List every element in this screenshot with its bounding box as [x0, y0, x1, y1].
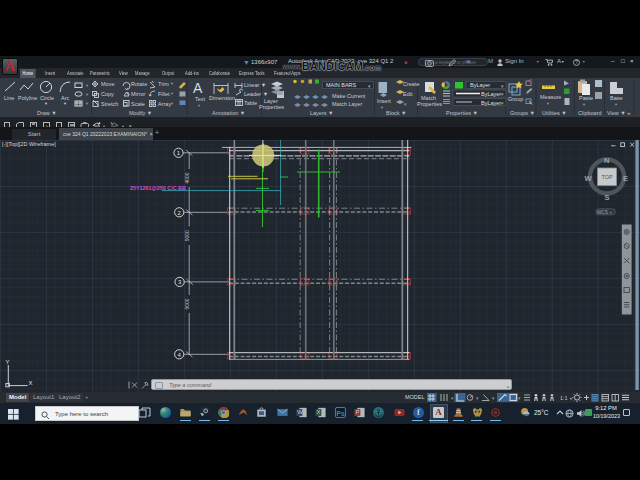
svg-text:▼: ▼ — [85, 101, 89, 106]
svg-text:WCS ▼: WCS ▼ — [597, 210, 613, 215]
svg-text:Groups ▼: Groups ▼ — [510, 110, 535, 116]
svg-text:Line: Line — [4, 95, 14, 101]
svg-text:Y: Y — [6, 359, 10, 365]
svg-text:▼: ▼ — [491, 396, 495, 401]
svg-text:▼: ▼ — [403, 102, 407, 107]
svg-text:W: W — [297, 409, 303, 415]
svg-text:ByLayer: ByLayer — [481, 91, 501, 97]
svg-text:A: A — [193, 80, 203, 96]
svg-text:▼: ▼ — [85, 92, 89, 97]
svg-text:Base: Base — [610, 95, 623, 101]
svg-text:Draw ▼: Draw ▼ — [37, 110, 57, 116]
svg-text:Make Current: Make Current — [332, 93, 366, 99]
svg-text:Leader ▼: Leader ▼ — [244, 91, 268, 97]
svg-text:▼: ▼ — [500, 92, 504, 97]
svg-text:▼: ▼ — [170, 91, 174, 96]
svg-text:Fillet: Fillet — [158, 91, 170, 97]
svg-text:Polyline: Polyline — [18, 95, 37, 101]
svg-text:Create: Create — [403, 81, 420, 87]
svg-text:4000: 4000 — [184, 172, 190, 183]
svg-text:ByLayer: ByLayer — [481, 100, 501, 106]
svg-text:▼: ▼ — [170, 81, 174, 86]
svg-text:S: S — [604, 193, 609, 202]
svg-text:1:1 ▼: 1:1 ▼ — [560, 395, 573, 401]
svg-text:N: N — [604, 156, 609, 165]
svg-text:Properties ▼: Properties ▼ — [446, 110, 478, 116]
svg-text:▼: ▼ — [517, 396, 521, 401]
svg-text:Insert: Insert — [377, 98, 391, 104]
svg-text:Properties: Properties — [259, 104, 284, 110]
svg-text:▼: ▼ — [197, 103, 201, 108]
svg-text:Scale: Scale — [131, 101, 145, 107]
svg-text:3: 3 — [178, 279, 182, 285]
svg-text:X: X — [29, 380, 33, 386]
svg-text:▼: ▼ — [380, 105, 384, 110]
svg-text:Modify ▼: Modify ▼ — [129, 110, 152, 116]
svg-text:ByLayer: ByLayer — [470, 82, 490, 88]
svg-text:Rotate: Rotate — [131, 81, 147, 87]
svg-text:25Y1261@250 C/C BB: 25Y1261@250 C/C BB — [130, 185, 186, 191]
svg-text:▼: ▼ — [170, 101, 174, 106]
svg-text:▼: ▼ — [500, 101, 504, 106]
svg-text:Layers ▼: Layers ▼ — [310, 110, 333, 116]
svg-text:Clipboard: Clipboard — [578, 110, 602, 116]
svg-text:X: X — [317, 409, 321, 415]
svg-text:View ▼ »: View ▼ » — [607, 110, 630, 116]
svg-text:▼: ▼ — [450, 396, 454, 401]
svg-text:Utilities ▼: Utilities ▼ — [542, 110, 567, 116]
svg-text:▼: ▼ — [546, 101, 550, 106]
svg-text:Edit: Edit — [403, 91, 413, 97]
svg-text:▼: ▼ — [44, 101, 48, 106]
svg-text:E: E — [623, 174, 628, 183]
svg-text:Block ▼: Block ▼ — [386, 110, 406, 116]
svg-text:5000: 5000 — [184, 298, 190, 309]
svg-text:Group: Group — [508, 96, 523, 102]
svg-text:Paste: Paste — [579, 95, 593, 101]
svg-text:Mirror: Mirror — [131, 91, 146, 97]
svg-text:Measure: Measure — [540, 94, 561, 100]
svg-text:?: ? — [575, 59, 578, 65]
svg-text:Text: Text — [195, 96, 206, 102]
svg-text:Move: Move — [101, 81, 114, 87]
svg-text:Linear ▼: Linear ▼ — [244, 82, 266, 88]
svg-text:1: 1 — [177, 150, 181, 156]
svg-text:5000: 5000 — [184, 230, 190, 241]
svg-text:▼: ▼ — [63, 101, 67, 106]
svg-text:Copy: Copy — [101, 91, 114, 97]
svg-text:Dimension: Dimension — [209, 95, 235, 101]
svg-text:W: W — [584, 174, 592, 183]
svg-text:Table: Table — [244, 100, 257, 106]
svg-text:2: 2 — [178, 210, 182, 216]
svg-text:TOP: TOP — [601, 174, 613, 180]
svg-text:Properties: Properties — [417, 101, 442, 107]
svg-text:▼: ▼ — [475, 396, 479, 401]
svg-text:▼: ▼ — [85, 83, 89, 88]
svg-text:Annotation ▼: Annotation ▼ — [212, 110, 245, 116]
svg-text:▼: ▼ — [582, 102, 586, 107]
svg-text:▼: ▼ — [614, 102, 618, 107]
svg-text:4: 4 — [178, 352, 182, 358]
svg-text:P: P — [356, 409, 360, 415]
svg-text:Stretch: Stretch — [101, 101, 118, 107]
svg-text:▼: ▼ — [500, 84, 504, 89]
svg-text:Trim: Trim — [158, 81, 169, 87]
svg-text:Match Layer: Match Layer — [332, 101, 362, 107]
svg-text:▼: ▼ — [367, 84, 371, 89]
svg-text:MAIN BARS: MAIN BARS — [326, 82, 357, 88]
